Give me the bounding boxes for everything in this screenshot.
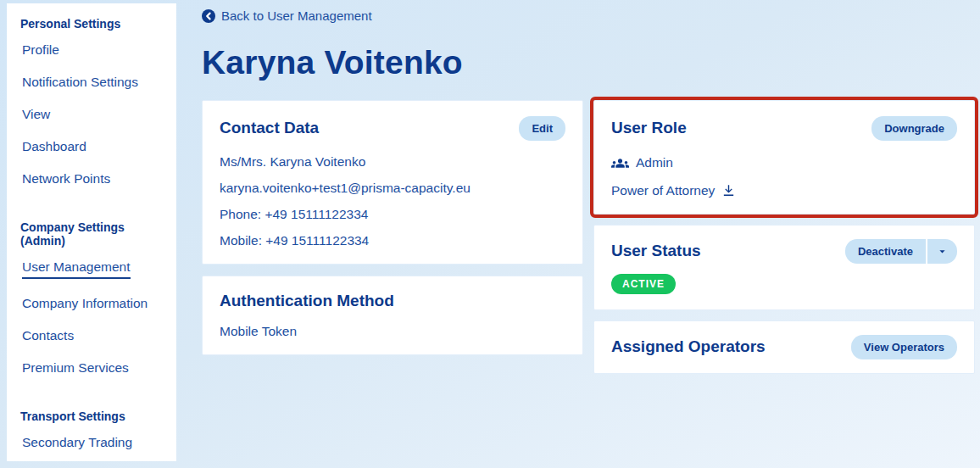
sidebar-section-personal-settings: Personal Settings Profile Notification S… [7, 12, 176, 195]
back-link[interactable]: Back to User Management [202, 8, 372, 23]
sidebar-item-contacts[interactable]: Contacts [7, 320, 176, 352]
authentication-method-title: Authentication Method [220, 292, 565, 310]
user-status-title: User Status [611, 242, 701, 260]
page-title: Karyna Voitenko [202, 43, 975, 81]
left-column: Contact Data Edit Ms/Mrs. Karyna Voitenk… [202, 100, 583, 374]
user-role-value: Admin [636, 155, 673, 170]
downgrade-button[interactable]: Downgrade [871, 116, 957, 141]
sidebar-header-company-settings: Company Settings (Admin) [7, 215, 176, 251]
main-content: Back to User Management Karyna Voitenko … [202, 0, 975, 374]
sidebar-item-notification-settings[interactable]: Notification Settings [7, 66, 176, 98]
contact-email: karyna.voitenko+test1@prisma-capacity.eu [220, 181, 565, 196]
sidebar-section-company-settings: Company Settings (Admin) User Management… [7, 215, 176, 384]
back-link-label: Back to User Management [221, 8, 372, 23]
power-of-attorney-row: Power of Attorney [611, 183, 957, 198]
sidebar-item-dashboard[interactable]: Dashboard [7, 131, 176, 163]
sidebar-item-label: Contacts [22, 328, 74, 343]
sidebar-item-profile[interactable]: Profile [7, 34, 176, 66]
sidebar-item-view[interactable]: View [7, 98, 176, 131]
contact-mobile: Mobile: +49 15111122334 [220, 233, 565, 248]
user-role-card: User Role Downgrade Admin Power of Attor… [593, 100, 975, 214]
sidebar-item-label: Network Points [22, 171, 110, 186]
cards-grid: Contact Data Edit Ms/Mrs. Karyna Voitenk… [202, 100, 975, 374]
sidebar: Personal Settings Profile Notification S… [7, 3, 176, 461]
sidebar-section-transport-settings: Transport Settings Secondary Trading [7, 404, 176, 459]
user-status-card: User Status Deactivate ACTIVE [593, 225, 975, 310]
sidebar-item-label: Premium Services [22, 360, 129, 375]
edit-button[interactable]: Edit [519, 116, 565, 141]
sidebar-item-label: Company Information [22, 296, 148, 310]
back-icon [202, 9, 215, 23]
assigned-operators-header: Assigned Operators View Operators [611, 335, 957, 359]
sidebar-item-label: Profile [22, 42, 59, 57]
assigned-operators-card: Assigned Operators View Operators [593, 320, 975, 374]
contact-phone: Phone: +49 15111122334 [220, 207, 565, 222]
user-role-row: Admin [611, 154, 957, 172]
sidebar-header-personal-settings: Personal Settings [7, 12, 176, 34]
user-role-title: User Role [611, 119, 687, 137]
sidebar-item-label: Secondary Trading [22, 435, 132, 449]
status-badge: ACTIVE [611, 274, 676, 294]
chevron-down-icon[interactable] [926, 239, 957, 264]
sidebar-item-network-points[interactable]: Network Points [7, 163, 176, 195]
contact-data-title: Contact Data [220, 119, 319, 137]
sidebar-item-label: User Management [22, 259, 131, 279]
sidebar-item-label: Notification Settings [22, 75, 138, 89]
download-icon[interactable] [721, 183, 736, 198]
contact-data-card: Contact Data Edit Ms/Mrs. Karyna Voitenk… [202, 100, 583, 265]
right-column: User Role Downgrade Admin Power of Attor… [593, 100, 975, 374]
deactivate-button-label[interactable]: Deactivate [845, 239, 926, 264]
contact-data-header: Contact Data Edit [220, 116, 565, 141]
user-role-header: User Role Downgrade [611, 116, 957, 141]
authentication-method-card: Authentication Method Mobile Token [202, 276, 583, 355]
assigned-operators-title: Assigned Operators [611, 337, 766, 356]
sidebar-item-user-management[interactable]: User Management [7, 251, 176, 287]
deactivate-button[interactable]: Deactivate [845, 239, 957, 264]
sidebar-item-company-information[interactable]: Company Information [7, 287, 176, 320]
power-of-attorney-label: Power of Attorney [611, 183, 715, 198]
sidebar-item-label: View [22, 107, 50, 121]
sidebar-item-secondary-trading[interactable]: Secondary Trading [7, 426, 176, 459]
groups-icon [611, 154, 629, 172]
view-operators-button[interactable]: View Operators [851, 335, 957, 359]
contact-name: Ms/Mrs. Karyna Voitenko [220, 154, 565, 170]
sidebar-item-premium-services[interactable]: Premium Services [7, 352, 176, 384]
user-status-header: User Status Deactivate [611, 239, 957, 264]
sidebar-header-transport-settings: Transport Settings [7, 404, 176, 426]
sidebar-item-label: Dashboard [22, 139, 86, 153]
authentication-method-value: Mobile Token [220, 324, 565, 339]
